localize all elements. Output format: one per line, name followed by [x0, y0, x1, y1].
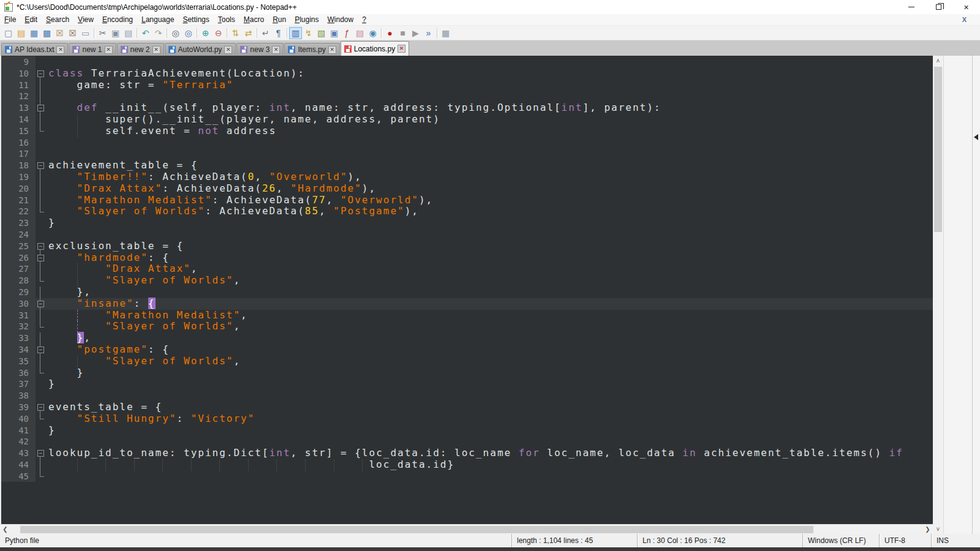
code-line-27[interactable]: 27 "Drax Attax",: [1, 263, 933, 275]
code-line-43[interactable]: 43lookup_id_to_name: typing.Dict[int, st…: [1, 448, 933, 459]
tab-close-icon[interactable]: ✕: [272, 46, 280, 54]
word-wrap-icon[interactable]: ↵: [259, 27, 272, 39]
fold-collapse-icon[interactable]: [36, 241, 45, 252]
panel-collapse-arrow-icon[interactable]: [974, 134, 978, 140]
save-icon[interactable]: ▦: [28, 27, 40, 39]
scroll-left-icon[interactable]: ❮: [0, 525, 10, 534]
code-line-17[interactable]: 17: [1, 148, 933, 160]
code-line-38[interactable]: 38: [1, 390, 933, 402]
tab-ap-ideas-txt[interactable]: AP Ideas.txt✕: [1, 43, 68, 56]
code-line-35[interactable]: 35 "Slayer of Worlds",: [1, 356, 933, 367]
menu-item-plugins[interactable]: Plugins: [290, 14, 323, 25]
code-line-15[interactable]: 15 self.event = not address: [1, 126, 933, 137]
fold-collapse-icon[interactable]: [36, 102, 45, 114]
copy-icon[interactable]: ▣: [109, 27, 122, 39]
tab-close-icon[interactable]: ✕: [224, 46, 232, 54]
code-line-14[interactable]: 14 super().__init__(player, name, addres…: [1, 114, 933, 126]
macro-stop-icon[interactable]: ■: [396, 27, 409, 39]
menu-item-window[interactable]: Window: [323, 14, 358, 25]
document-close-icon[interactable]: X: [962, 16, 967, 23]
code-line-23[interactable]: 23}: [1, 217, 933, 229]
paste-icon[interactable]: ▤: [122, 27, 135, 39]
menu-item-encoding[interactable]: Encoding: [98, 14, 137, 25]
replace-icon[interactable]: ◎: [182, 27, 195, 39]
code-line-31[interactable]: 31 "Marathon Medalist",: [1, 310, 933, 321]
code-line-18[interactable]: 18achievement_table = {: [1, 160, 933, 171]
document-map-icon[interactable]: ▧: [315, 27, 328, 39]
menu-item-run[interactable]: Run: [268, 14, 290, 25]
macro-record-icon[interactable]: ●: [383, 27, 396, 39]
code-line-24[interactable]: 24: [1, 229, 933, 241]
code-line-25[interactable]: 25exclusion_table = {: [1, 241, 933, 252]
scroll-up-icon[interactable]: ˄: [933, 56, 943, 66]
tab-new-3[interactable]: new 3✕: [236, 43, 284, 56]
code-line-42[interactable]: 42: [1, 436, 933, 448]
folder-as-workspace-icon[interactable]: ▤: [353, 27, 366, 39]
close-all-icon[interactable]: ☒: [66, 27, 79, 39]
menu-item-file[interactable]: File: [0, 14, 20, 25]
code-line-22[interactable]: 22 "Slayer of Worlds": AchieveData(85, "…: [1, 206, 933, 217]
monitoring-eye-icon[interactable]: ◉: [366, 27, 379, 39]
tab-close-icon[interactable]: ✕: [328, 46, 336, 54]
code-line-33[interactable]: 33 },: [1, 332, 933, 344]
code-line-44[interactable]: 44 loc_data.id}: [1, 459, 933, 471]
function-list-icon[interactable]: ƒ: [341, 27, 353, 39]
fold-collapse-icon[interactable]: [36, 252, 45, 264]
fold-collapse-icon[interactable]: [36, 68, 45, 80]
macro-play-icon[interactable]: ▶: [409, 27, 422, 39]
scroll-right-icon[interactable]: ❯: [922, 525, 933, 534]
code-line-26[interactable]: 26 "hardmode": {: [1, 252, 933, 264]
fold-collapse-icon[interactable]: [36, 298, 45, 310]
indent-guide-icon[interactable]: ▥: [289, 27, 302, 39]
menu-item-settings[interactable]: Settings: [178, 14, 213, 25]
close-icon[interactable]: ☒: [53, 27, 66, 39]
tab-new-1[interactable]: new 1✕: [69, 43, 116, 56]
zoom-in-icon[interactable]: ⊕: [199, 27, 212, 39]
code-line-30[interactable]: 30 "insane": {: [1, 298, 933, 310]
close-button[interactable]: ×: [952, 0, 980, 14]
code-line-12[interactable]: 12: [1, 91, 933, 102]
code-line-34[interactable]: 34 "postgame": {: [1, 344, 933, 356]
print-icon[interactable]: ▭: [79, 27, 92, 39]
tab-new-2[interactable]: new 2✕: [117, 43, 164, 56]
find-icon[interactable]: ◎: [169, 27, 182, 39]
fold-collapse-icon[interactable]: [36, 402, 45, 413]
code-line-32[interactable]: 32 "Slayer of Worlds",: [1, 321, 933, 332]
code-area[interactable]: 910class TerrariaAchievement(Location):1…: [0, 56, 933, 524]
tab-close-icon[interactable]: ✕: [398, 45, 405, 53]
menu-item-macro[interactable]: Macro: [239, 14, 268, 25]
code-line-9[interactable]: 9: [1, 56, 933, 68]
maximize-button[interactable]: [925, 0, 952, 14]
code-line-29[interactable]: 29 },: [1, 287, 933, 298]
tab-close-icon[interactable]: ✕: [56, 46, 64, 54]
save-all-icon[interactable]: ▩: [40, 27, 53, 39]
code-line-40[interactable]: 40 "Still Hungry": "Victory": [1, 413, 933, 425]
code-line-41[interactable]: 41}: [1, 425, 933, 437]
tab-autoworld-py[interactable]: AutoWorld.py✕: [165, 43, 236, 56]
code-line-28[interactable]: 28 "Slayer of Worlds",: [1, 275, 933, 287]
cut-icon[interactable]: ✂: [96, 27, 109, 39]
status-encoding[interactable]: UTF-8: [879, 534, 931, 547]
menu-item-edit[interactable]: Edit: [20, 14, 42, 25]
fold-collapse-icon[interactable]: [36, 160, 45, 171]
zoom-out-icon[interactable]: ⊖: [212, 27, 225, 39]
code-line-45[interactable]: 45: [1, 471, 933, 482]
status-eol-format[interactable]: Windows (CR LF): [802, 534, 879, 547]
code-line-11[interactable]: 11 game: str = "Terraria": [1, 80, 933, 91]
code-line-20[interactable]: 20 "Drax Attax": AchieveData(26, "Hardmo…: [1, 183, 933, 195]
code-line-16[interactable]: 16: [1, 137, 933, 149]
code-line-37[interactable]: 37}: [1, 378, 933, 390]
document-list-icon[interactable]: ▣: [328, 27, 341, 39]
fold-collapse-icon[interactable]: [36, 344, 45, 356]
horizontal-scrollbar[interactable]: ❮ ❯: [0, 524, 933, 534]
scroll-down-icon[interactable]: ˅: [933, 524, 943, 534]
menu-item-language[interactable]: Language: [137, 14, 178, 25]
minimize-button[interactable]: [897, 0, 925, 14]
sync-vertical-icon[interactable]: ⇅: [229, 27, 242, 39]
open-file-icon[interactable]: ▤: [15, 27, 28, 39]
tab-close-icon[interactable]: ✕: [153, 46, 160, 54]
fold-collapse-icon[interactable]: [36, 448, 45, 459]
undo-icon[interactable]: ↶: [139, 27, 152, 39]
code-line-10[interactable]: 10class TerrariaAchievement(Location):: [1, 68, 933, 80]
new-file-icon[interactable]: ▢: [2, 27, 15, 39]
